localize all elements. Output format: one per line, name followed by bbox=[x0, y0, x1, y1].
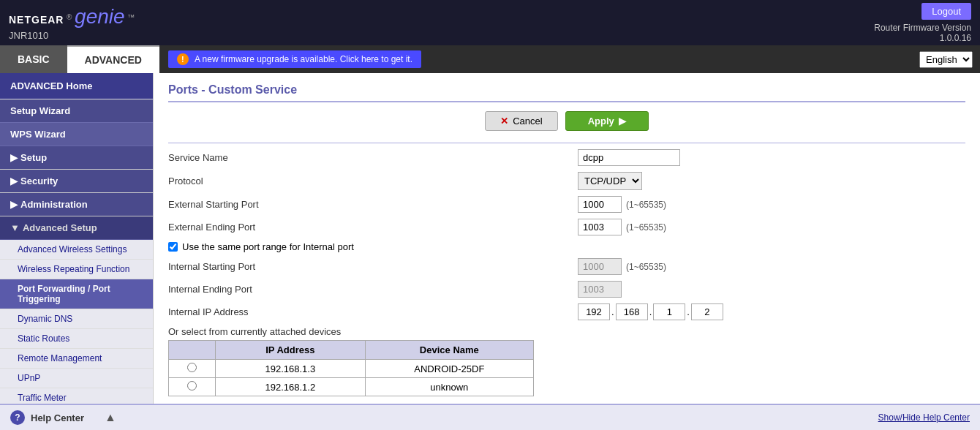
cancel-button[interactable]: ✕ Cancel bbox=[485, 111, 557, 131]
ext-end-port-hint: (1~65535) bbox=[626, 222, 666, 233]
device-table-section: Or select from currently attached device… bbox=[168, 326, 965, 396]
protocol-row: Protocol TCP/UDP TCP UDP bbox=[168, 172, 965, 190]
device-radio-1[interactable] bbox=[187, 381, 197, 391]
ext-start-port-input[interactable] bbox=[578, 196, 622, 213]
service-name-control bbox=[578, 149, 680, 166]
ext-end-port-row: External Ending Port (1~65535) bbox=[168, 219, 965, 235]
arrow-icon-setup: ▶ bbox=[10, 152, 18, 163]
arrow-icon-security: ▶ bbox=[10, 176, 18, 186]
sidebar-section-setup[interactable]: ▶ Setup bbox=[0, 146, 153, 170]
sidebar-section-advanced-setup[interactable]: ▼ Advanced Setup bbox=[0, 216, 153, 240]
firmware-version: Router Firmware Version 1.0.0.16 bbox=[874, 23, 971, 43]
int-end-port-control bbox=[578, 281, 622, 298]
ip-dot-1: . bbox=[611, 306, 614, 317]
nav-bar: BASIC ADVANCED ! A new firmware upgrade … bbox=[0, 45, 980, 73]
sidebar-section-security[interactable]: ▶ Security bbox=[0, 170, 153, 193]
ext-start-port-control: (1~65535) bbox=[578, 196, 666, 213]
device-table: IP Address Device Name 192.168.1.3 ANDRO… bbox=[168, 340, 534, 396]
ext-end-port-input[interactable] bbox=[578, 219, 622, 235]
cancel-x-icon: ✕ bbox=[500, 116, 508, 127]
ext-end-port-control: (1~65535) bbox=[578, 219, 666, 235]
help-label: Help Center bbox=[31, 412, 84, 423]
divider bbox=[168, 143, 965, 143]
protocol-select[interactable]: TCP/UDP TCP UDP bbox=[578, 172, 642, 190]
sidebar-item-advanced-home[interactable]: ADVANCED Home bbox=[0, 73, 153, 99]
sidebar-item-setup-wizard[interactable]: Setup Wizard bbox=[0, 99, 153, 123]
help-icon: ? bbox=[10, 410, 25, 425]
content-area: Ports - Custom Service ✕ Cancel Apply ▶ … bbox=[154, 73, 980, 404]
protocol-control: TCP/UDP TCP UDP bbox=[578, 172, 642, 190]
device-radio-cell[interactable] bbox=[169, 378, 216, 396]
main-layout: ADVANCED Home Setup Wizard WPS Wizard ▶ … bbox=[0, 73, 980, 404]
same-port-row: Use the same port range for Internal por… bbox=[168, 241, 965, 252]
device-ip: 192.168.1.3 bbox=[215, 360, 365, 378]
logo-genie: genie bbox=[75, 5, 125, 28]
header: NETGEAR ® genie ™ JNR1010 Logout Router … bbox=[0, 0, 980, 45]
service-name-label: Service Name bbox=[168, 152, 578, 163]
int-start-port-input[interactable] bbox=[578, 258, 622, 275]
sidebar-section-administration[interactable]: ▶ Administration bbox=[0, 193, 153, 216]
int-start-port-row: Internal Starting Port (1~65535) bbox=[168, 258, 965, 275]
sidebar-sub-item[interactable]: Dynamic DNS bbox=[0, 309, 153, 329]
int-ip-label: Internal IP Address bbox=[168, 306, 578, 317]
table-header-name: Device Name bbox=[365, 341, 533, 360]
sidebar-sub-item[interactable]: Wireless Repeating Function bbox=[0, 260, 153, 279]
sidebar-item-wps-wizard[interactable]: WPS Wizard bbox=[0, 123, 153, 146]
advanced-tab[interactable]: ADVANCED bbox=[67, 45, 159, 73]
int-end-port-label: Internal Ending Port bbox=[168, 284, 578, 295]
header-right: Logout Router Firmware Version 1.0.0.16 bbox=[874, 3, 971, 43]
device-name: ANDROID-25DF bbox=[365, 360, 533, 378]
apply-arrow-icon: ▶ bbox=[619, 116, 626, 127]
ip-part-3[interactable] bbox=[653, 303, 685, 320]
action-bar: ✕ Cancel Apply ▶ bbox=[168, 111, 965, 131]
ip-part-4[interactable] bbox=[691, 303, 723, 320]
device-radio-cell[interactable] bbox=[169, 360, 216, 378]
basic-tab[interactable]: BASIC bbox=[0, 45, 67, 73]
int-start-port-hint: (1~65535) bbox=[626, 262, 666, 272]
device-ip: 192.168.1.2 bbox=[215, 378, 365, 396]
apply-button[interactable]: Apply ▶ bbox=[565, 111, 649, 131]
ip-part-1[interactable] bbox=[578, 303, 610, 320]
page-title: Ports - Custom Service bbox=[168, 83, 965, 102]
int-ip-control: . . . bbox=[578, 303, 723, 320]
logo-tm2: ™ bbox=[127, 12, 135, 20]
int-ip-row: Internal IP Address . . . bbox=[168, 303, 965, 320]
int-start-port-label: Internal Starting Port bbox=[168, 261, 578, 272]
sidebar-sub-item[interactable]: Port Forwarding / Port Triggering bbox=[0, 279, 153, 309]
sidebar-sub-item[interactable]: UPnP bbox=[0, 369, 153, 388]
language-select[interactable]: English bbox=[919, 51, 973, 68]
logo-tm: ® bbox=[67, 12, 72, 20]
same-port-checkbox[interactable] bbox=[168, 242, 178, 252]
same-port-label: Use the same port range for Internal por… bbox=[182, 241, 354, 252]
arrow-icon-adv: ▼ bbox=[10, 222, 20, 233]
help-triangle-icon: ▲ bbox=[105, 411, 116, 424]
sidebar-sub-item[interactable]: Advanced Wireless Settings bbox=[0, 240, 153, 260]
table-row: 192.168.1.3 ANDROID-25DF bbox=[169, 360, 534, 378]
table-header-select bbox=[169, 341, 216, 360]
language-selector[interactable]: English bbox=[919, 51, 973, 68]
sidebar-sub-item[interactable]: Traffic Meter bbox=[0, 388, 153, 404]
service-name-input[interactable] bbox=[578, 149, 680, 166]
device-name: unknown bbox=[365, 378, 533, 396]
sidebar-sub-item[interactable]: Remote Management bbox=[0, 349, 153, 369]
help-bar: ? Help Center ▲ Show/Hide Help Center bbox=[0, 404, 980, 430]
arrow-icon-admin: ▶ bbox=[10, 199, 18, 210]
logout-button[interactable]: Logout bbox=[921, 3, 971, 20]
service-name-row: Service Name bbox=[168, 149, 965, 166]
ip-part-2[interactable] bbox=[616, 303, 648, 320]
int-end-port-input[interactable] bbox=[578, 281, 622, 298]
model-number: JNR1010 bbox=[9, 30, 135, 41]
sidebar: ADVANCED Home Setup Wizard WPS Wizard ▶ … bbox=[0, 73, 154, 404]
sidebar-sub-list: Advanced Wireless SettingsWireless Repea… bbox=[0, 240, 153, 404]
firmware-notice[interactable]: ! A new firmware upgrade is available. C… bbox=[168, 50, 421, 68]
logo-area: NETGEAR ® genie ™ JNR1010 bbox=[9, 5, 135, 41]
table-row: 192.168.1.2 unknown bbox=[169, 378, 534, 396]
int-start-port-control: (1~65535) bbox=[578, 258, 666, 275]
ip-dot-3: . bbox=[687, 306, 690, 317]
exclamation-icon: ! bbox=[177, 53, 189, 65]
device-radio-0[interactable] bbox=[187, 363, 197, 372]
ext-start-port-hint: (1~65535) bbox=[626, 200, 666, 210]
protocol-label: Protocol bbox=[168, 176, 578, 186]
sidebar-sub-item[interactable]: Static Routes bbox=[0, 329, 153, 349]
show-hide-help-link[interactable]: Show/Hide Help Center bbox=[878, 412, 970, 423]
